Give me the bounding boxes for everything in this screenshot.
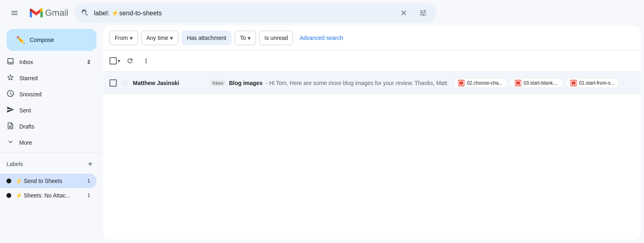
search-options-button[interactable] [416, 6, 430, 20]
sidebar-item-inbox[interactable]: Inbox 2 [0, 54, 97, 70]
top-bar: Gmail [0, 0, 644, 26]
label-dot-sheets-no-attac [6, 193, 11, 198]
sidebar-item-sent[interactable]: Sent [0, 102, 97, 118]
sent-icon [6, 106, 14, 116]
anytime-filter-arrow-icon: ▾ [170, 34, 173, 42]
sidebar: ✏️ Compose Inbox 2 Starred Snoozed [0, 26, 103, 243]
filter-bar: From ▾ Any time ▾ Has attachment To ▾ Is… [103, 26, 641, 50]
has-attachment-filter-label: Has attachment [187, 35, 226, 41]
snoozed-label: Snoozed [19, 91, 90, 98]
search-input[interactable] [94, 9, 392, 17]
email-preview: - Hi Tom, Here are some more blog images… [266, 80, 447, 86]
select-all-checkbox[interactable] [109, 57, 117, 64]
select-all-container: ▾ [109, 57, 121, 64]
toolbar: ▾ [103, 50, 641, 72]
label-name-sheets-no-attac: ⚡ Sheets: No Attac... [15, 192, 83, 199]
email-meta: Inbox Blog images - Hi Tom, Here are som… [210, 78, 634, 88]
main-content: From ▾ Any time ▾ Has attachment To ▾ Is… [103, 26, 641, 240]
search-clear-button[interactable] [396, 6, 411, 20]
label-name-send-to-sheets: ⚡ Send to Sheets [15, 178, 83, 184]
sidebar-item-snoozed[interactable]: Snoozed [0, 86, 97, 102]
select-all-dropdown-button[interactable]: ▾ [117, 58, 121, 64]
anytime-filter-chip[interactable]: Any time ▾ [141, 31, 178, 45]
gmail-logo[interactable]: Gmail [29, 6, 68, 20]
attachment-image-icon-2 [570, 80, 577, 86]
advanced-search-link[interactable]: Advanced search [296, 32, 346, 44]
email-list: ☆ Matthew Jasinski Inbox Blog images - H… [103, 72, 641, 240]
attachments-container: 02.choose-cha... 03.start-blank.... 01.s… [454, 78, 619, 88]
sidebar-divider [0, 152, 103, 153]
attachment-name-1: 03.start-blank.... [524, 80, 558, 86]
drafts-label: Drafts [19, 123, 90, 130]
attachment-chip-0[interactable]: 02.choose-cha... [454, 78, 507, 88]
email-checkbox[interactable] [109, 79, 117, 87]
inbox-label: Inbox [19, 59, 83, 65]
gmail-wordmark: Gmail [45, 8, 68, 18]
starred-icon [6, 73, 14, 83]
anytime-filter-label: Any time [147, 35, 168, 41]
attachment-name-2: 01.start-from-s... [579, 80, 615, 86]
sender-name: Matthew Jasinski [133, 80, 205, 86]
more-toolbar-button[interactable] [139, 54, 153, 68]
from-filter-chip[interactable]: From ▾ [109, 31, 138, 45]
compose-label: Compose [30, 37, 54, 43]
refresh-button[interactable] [123, 54, 137, 68]
label-item-sheets-no-attac[interactable]: ⚡ Sheets: No Attac... 1 [0, 188, 97, 203]
more-chevron-icon [6, 138, 14, 148]
attachment-image-icon-0 [458, 80, 464, 86]
inbox-icon [6, 57, 14, 67]
layout: ✏️ Compose Inbox 2 Starred Snoozed [0, 26, 644, 243]
to-filter-label: To [240, 35, 246, 41]
label-dot-send-to-sheets [6, 179, 11, 183]
sidebar-item-starred[interactable]: Starred [0, 70, 97, 86]
has-attachment-filter-chip[interactable]: Has attachment [182, 31, 231, 45]
email-subject: Blog images [229, 80, 262, 86]
more-label: More [19, 139, 90, 146]
table-row[interactable]: ☆ Matthew Jasinski Inbox Blog images - H… [103, 72, 641, 94]
starred-label: Starred [19, 75, 90, 81]
search-icon [81, 9, 89, 17]
snoozed-icon [6, 89, 14, 100]
label-count-send-to-sheets: 1 [87, 178, 90, 184]
from-filter-label: From [115, 35, 128, 41]
drafts-icon [6, 122, 14, 132]
labels-header: Labels + [0, 154, 103, 174]
attachment-image-icon-1 [515, 80, 521, 86]
label-item-send-to-sheets[interactable]: ⚡ Send to Sheets 1 [0, 174, 97, 188]
menu-button[interactable] [6, 5, 23, 21]
search-bar [74, 3, 437, 23]
compose-button[interactable]: ✏️ Compose [6, 29, 97, 51]
sidebar-item-drafts[interactable]: Drafts [0, 118, 97, 135]
to-filter-arrow-icon: ▾ [248, 34, 251, 42]
label-count-sheets-no-attac: 1 [87, 193, 90, 198]
attachment-chip-2[interactable]: 01.start-from-s... [566, 78, 619, 88]
sent-label: Sent [19, 107, 90, 114]
from-filter-arrow-icon: ▾ [130, 34, 133, 42]
sidebar-item-more[interactable]: More [0, 135, 97, 151]
add-label-button[interactable]: + [84, 158, 97, 170]
attachment-name-0: 02.choose-cha... [467, 80, 503, 86]
star-button[interactable]: ☆ [122, 79, 128, 87]
attachment-chip-1[interactable]: 03.start-blank.... [510, 78, 563, 88]
to-filter-chip[interactable]: To ▾ [235, 31, 256, 45]
is-unread-filter-chip[interactable]: Is unread [259, 31, 293, 45]
compose-pencil-icon: ✏️ [16, 35, 25, 44]
is-unread-filter-label: Is unread [264, 35, 288, 41]
inbox-badge: 2 [87, 59, 90, 65]
inbox-badge-label: Inbox [210, 80, 226, 86]
labels-heading: Labels [6, 161, 84, 167]
